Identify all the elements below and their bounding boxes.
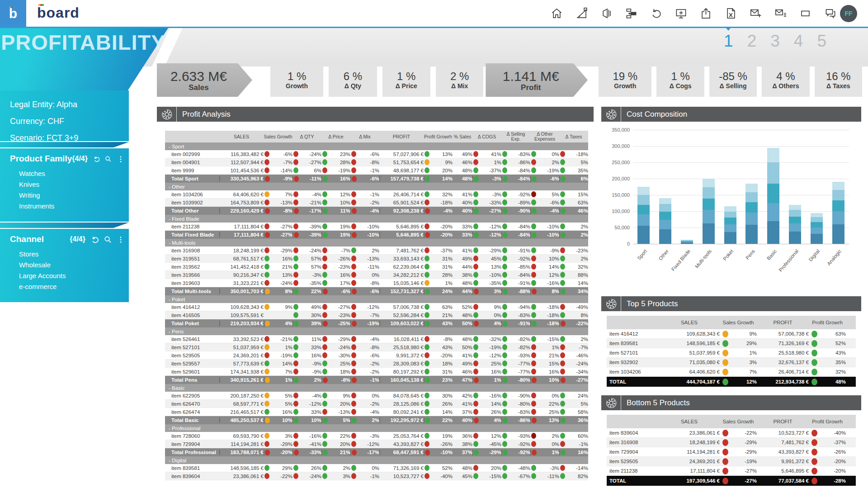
gear-icon[interactable] bbox=[601, 296, 621, 311]
table-row[interactable]: item 31690818,248,199 €-29%-24%-7%2%7,48… bbox=[165, 246, 588, 255]
more-options-icon[interactable]: ⋮ bbox=[117, 155, 124, 163]
mail-broadcast-icon[interactable] bbox=[774, 7, 787, 19]
section-row[interactable]: - Fixed Blade bbox=[165, 215, 588, 223]
user-avatar[interactable]: FF bbox=[840, 5, 857, 22]
table-row[interactable]: item 839581148,596,185 €29%71,326,169 €5… bbox=[607, 339, 856, 348]
table-row[interactable]: item 52955757,773,639 €14%-9%25%-2%28,30… bbox=[165, 360, 588, 368]
sidebar-item-stores[interactable]: Stores bbox=[19, 249, 124, 260]
export-excel-icon[interactable] bbox=[725, 7, 737, 19]
bar-other[interactable] bbox=[659, 198, 671, 244]
page-number-4[interactable]: 4 bbox=[794, 33, 803, 49]
more-options-icon[interactable]: ⋮ bbox=[117, 235, 124, 244]
gear-icon[interactable] bbox=[601, 107, 621, 122]
total-row[interactable]: Total Professional183,788,071 €-20%-33%2… bbox=[165, 448, 588, 456]
total-row[interactable]: Total Pens340,915,261 €1%2%-8%-1%160,045… bbox=[165, 376, 588, 384]
table-row[interactable]: item 002999116,383,482 €-6%-24%23%-6%57,… bbox=[165, 150, 588, 158]
table-row[interactable]: item 31960331,323,221 €-24%-35%17%-8%15,… bbox=[165, 279, 588, 287]
section-row[interactable]: - Digital bbox=[165, 456, 588, 464]
bar-multi-tools[interactable] bbox=[703, 179, 715, 244]
table-row[interactable]: item 21123817,111,804 €-27%5,646,895 €-2… bbox=[607, 466, 856, 476]
home-icon[interactable] bbox=[551, 7, 563, 19]
table-row[interactable]: item 72806069,593,790 €3%-16%22%-3%25,05… bbox=[165, 432, 588, 440]
total-row[interactable]: Total Poket219,203,934 €4%39%-25%-19%109… bbox=[165, 319, 588, 327]
table-row[interactable]: item 319562141,452,418 €21%57%-23%-11%62… bbox=[165, 263, 588, 271]
bar-sport[interactable] bbox=[637, 187, 650, 244]
layers-icon[interactable] bbox=[625, 7, 637, 19]
table-row[interactable]: item 21123817,111,804 €-27%-39%19%-10%5,… bbox=[165, 223, 588, 231]
undo-icon[interactable] bbox=[93, 155, 100, 163]
board-app-logo[interactable]: b bbox=[0, 0, 26, 27]
section-row[interactable]: - Poket bbox=[165, 295, 588, 303]
sidebar-item-large-accounts[interactable]: Large Accounts bbox=[19, 270, 124, 281]
section-row[interactable]: - Basic bbox=[165, 384, 588, 392]
table-row[interactable]: item 52710151,037,959 €1%25,518,980 €43% bbox=[607, 348, 856, 358]
add-capture-icon[interactable] bbox=[675, 7, 687, 19]
table-row[interactable]: item 004901112,507,944 €-7%-27%28%-8%51,… bbox=[165, 158, 588, 166]
table-row[interactable]: item 31956690,216,347 €13%-3%16%0%34,282… bbox=[165, 271, 588, 279]
bar-poket[interactable] bbox=[724, 206, 736, 244]
total-row[interactable]: Total Sport330,345,963 €-9%-11%16%-6%157… bbox=[165, 175, 588, 183]
sidebar-item-wholesale[interactable]: Wholesale bbox=[19, 260, 124, 270]
total-row[interactable]: Total Multi-tools350,001,703 €8%22%-6%-6… bbox=[165, 287, 588, 295]
table-row[interactable]: item 529601174,341,938 €7%-9%18%-2%80,19… bbox=[165, 368, 588, 376]
section-row[interactable]: - Other bbox=[165, 183, 588, 190]
sidebar-item-knives[interactable]: Knives bbox=[19, 179, 124, 190]
page-number-2[interactable]: 2 bbox=[747, 33, 757, 49]
comments-icon[interactable] bbox=[824, 7, 836, 19]
table-row[interactable]: item 62647068,597,771 €5%-12%20%-2%28,12… bbox=[165, 400, 588, 408]
gear-icon[interactable] bbox=[601, 395, 621, 410]
sidebar-item-watches[interactable]: Watches bbox=[19, 168, 124, 179]
page-number-3[interactable]: 3 bbox=[770, 33, 780, 49]
total-row[interactable]: TOTAL197,309,546 €-27%77,037,584 €-28% bbox=[607, 476, 856, 486]
bar-pens[interactable] bbox=[745, 184, 758, 244]
undo-icon[interactable] bbox=[91, 236, 99, 243]
bar-digital[interactable] bbox=[811, 213, 823, 244]
table-row[interactable]: item 416412109,628,343 €9%57,006,738 €63… bbox=[607, 329, 856, 339]
total-row[interactable]: TOTAL444,704,187 €12%212,934,738 €48% bbox=[607, 377, 856, 387]
table-row[interactable]: item 83960423,386,061 €-22%10,523,727 €-… bbox=[607, 428, 856, 438]
sidebar-item-writing[interactable]: Writing bbox=[19, 190, 124, 201]
undo-icon[interactable] bbox=[650, 7, 662, 19]
table-row[interactable]: item 729904114,194,281 €-29%-41%20%-12%4… bbox=[165, 440, 588, 448]
table-row[interactable]: item 52950524,369,201 €-19%16%-30%-6%9,9… bbox=[165, 351, 588, 360]
gear-icon[interactable] bbox=[157, 107, 177, 122]
table-row[interactable]: item 52710151,037,959 €1%33%-24%-8%25,51… bbox=[165, 343, 588, 351]
table-row[interactable]: item 103420664,406,620 €7%26,406,714 €32… bbox=[607, 367, 856, 377]
bar-professional[interactable] bbox=[789, 205, 801, 244]
table-row[interactable]: item 416505109,575,591 €30%-23%-7%52,596… bbox=[165, 311, 588, 319]
table-row[interactable]: item 839581148,596,185 €29%26%2%0%71,326… bbox=[165, 464, 588, 472]
search-icon[interactable] bbox=[104, 236, 112, 243]
table-row[interactable]: item 626474216,465,517 €16%33%-13%-4%80,… bbox=[165, 408, 588, 416]
total-row[interactable]: Total Basic485,250,537 €10%10%5%2%192,29… bbox=[165, 416, 588, 424]
bar-basic[interactable] bbox=[767, 148, 779, 244]
table-row[interactable]: item 31690818,248,199 €-29%7,481,762 €-3… bbox=[607, 438, 856, 447]
table-row[interactable]: item 9999101,454,536 €-14%6%-19%-1%48,69… bbox=[165, 166, 588, 175]
share-icon[interactable] bbox=[700, 7, 712, 19]
filter-legal-entity[interactable]: Legal Entity: Alpha bbox=[10, 96, 129, 113]
section-row[interactable]: - Professional bbox=[165, 424, 588, 432]
table-row[interactable]: item 31955168,761,517 €16%57%-26%-13%33,… bbox=[165, 255, 588, 263]
section-row[interactable]: - Pens bbox=[165, 327, 588, 335]
section-row[interactable]: - Sport bbox=[165, 142, 588, 150]
presentation-icon[interactable] bbox=[600, 7, 613, 19]
filter-currency[interactable]: Currency: CHF bbox=[10, 113, 129, 130]
page-number-5[interactable]: 5 bbox=[817, 33, 826, 49]
table-row[interactable]: item 83960423,386,061 €-22%-24%3%-1%10,5… bbox=[165, 472, 588, 480]
table-row[interactable]: item 622905200,187,250 €5%-4%9%0%84,078,… bbox=[165, 392, 588, 400]
table-row[interactable]: item 416412109,628,343 €9%49%-27%-12%57,… bbox=[165, 303, 588, 311]
new-mail-icon[interactable] bbox=[750, 7, 762, 19]
section-row[interactable]: - Multi-tools bbox=[165, 239, 588, 246]
sidebar-item-e-commerce[interactable]: e-commerce bbox=[19, 281, 124, 292]
total-row[interactable]: Total Other229,160,429 €-8%-17%11%-4%92,… bbox=[165, 207, 588, 215]
page-number-1[interactable]: 1 bbox=[724, 33, 733, 49]
window-icon[interactable] bbox=[799, 7, 811, 19]
table-row[interactable]: item 93290271,035,080 €3%32,676,137 €35% bbox=[607, 358, 856, 367]
search-icon[interactable] bbox=[105, 155, 112, 163]
design-icon[interactable] bbox=[576, 7, 588, 19]
table-row[interactable]: item 52646133,392,523 €-21%11%-29%-4%16,… bbox=[165, 335, 588, 343]
table-row[interactable]: item 52950524,369,201 €-19%9,991,372 €-2… bbox=[607, 457, 856, 466]
table-row[interactable]: item 1039902164,753,809 €-13%-21%10%-2%6… bbox=[165, 199, 588, 207]
bar-fixed-blade[interactable] bbox=[681, 240, 693, 244]
total-row[interactable]: Total Fixed Blade17,111,804 €-27%-39%19%… bbox=[165, 231, 588, 239]
bar-analogic[interactable] bbox=[832, 182, 844, 244]
